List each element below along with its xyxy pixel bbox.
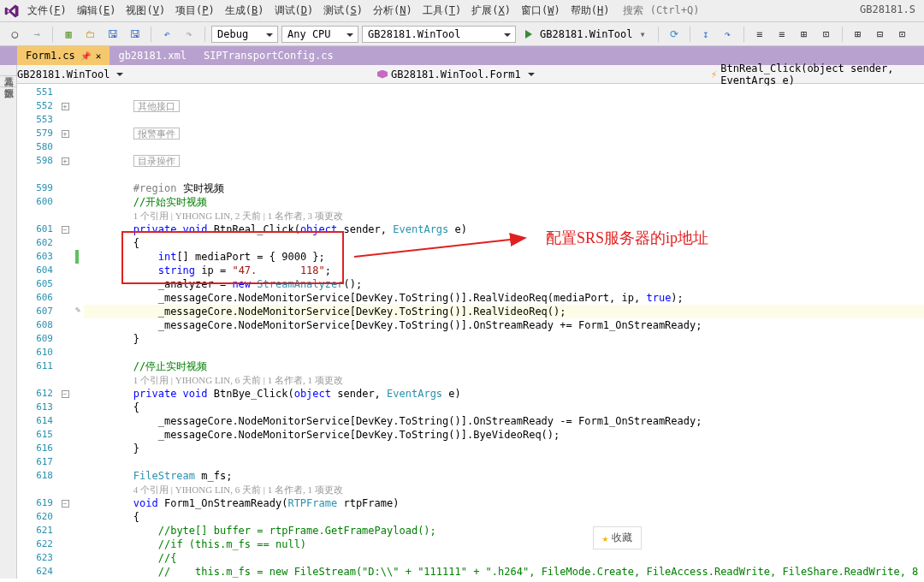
menu-item[interactable]: 调试(D) [270,0,319,21]
toolbar: ◯ → ▦ 🗀 🖫 🖫 ↶ ↷ Debug Any CPU GB28181.Wi… [0,22,924,46]
code-line[interactable]: private void BtnBye_Click(object sender,… [84,387,924,401]
code-line[interactable]: { [84,401,924,414]
code-line[interactable]: //停止实时视频 [84,359,924,373]
bookmark-button[interactable]: ★收藏 [593,526,642,549]
code-line[interactable]: _messageCore.NodeMonitorService[DevKey.T… [84,291,924,305]
code-line[interactable] [84,168,924,181]
btn-b[interactable]: ≡ [773,25,791,44]
menu-item[interactable]: 帮助(H) [566,0,615,21]
annotation-text: 配置SRS服务器的ip地址 [546,228,708,248]
fold-gutter[interactable]: +++−−− [58,86,72,582]
document-tab[interactable]: gb28181.xml [110,46,194,65]
code-line[interactable] [84,113,924,127]
star-icon: ★ [602,532,608,544]
side-tab[interactable]: 工具箱 [0,65,16,76]
code-line[interactable]: //开始实时视频 [84,195,924,209]
code-line[interactable]: #region 实时视频 [84,181,924,195]
btn-f[interactable]: ⊟ [871,25,890,44]
code-line[interactable] [84,346,924,359]
pin-icon[interactable]: 📌 [80,51,91,61]
btn-e[interactable]: ⊞ [849,25,868,44]
code-line[interactable]: _messageCore.NodeMonitorService[DevKey.T… [84,318,924,332]
code-line[interactable]: // this.m_fs = new FileStream("D:\\" + "… [84,565,924,579]
play-icon [525,30,536,39]
code-line[interactable]: { [84,510,924,524]
menu-item[interactable]: 窗口(W) [516,0,566,21]
nav-bar: GB28181.WinTool GB28181.WinTool.Form1 ⚡B… [0,65,924,84]
save-all-icon[interactable]: 🖫 [126,25,145,44]
code-line[interactable]: private void BtnReal_Click(object sender… [84,223,924,236]
code-line[interactable]: _messageCore.NodeMonitorService[DevKey.T… [84,414,924,428]
step-over-icon[interactable]: ↷ [719,25,737,44]
code-line[interactable] [84,140,924,154]
project-crumb[interactable]: GB28181.WinTool [0,68,128,80]
code-line[interactable]: _messageCore.NodeMonitorService[DevKey.T… [84,305,924,318]
menu-item[interactable]: 文件(F) [22,0,72,21]
nav-fwd-icon[interactable]: → [27,25,46,44]
side-tabs: 工具箱数据源 [0,65,17,579]
class-icon [377,70,388,79]
btn-a[interactable]: ≡ [750,25,769,44]
code-line[interactable]: 报警事件 [84,127,924,140]
code-line[interactable]: int[] mediaPort = { 9000 }; [84,250,924,264]
vs-logo-icon [3,3,21,20]
code-line[interactable]: 其他接口 [84,99,924,113]
nav-back-icon[interactable]: ◯ [5,25,24,44]
refresh-icon[interactable]: ⟳ [665,25,684,44]
code-line[interactable]: void Form1_OnStreamReady(RTPFrame rtpFra… [84,496,924,510]
code-line[interactable]: _messageCore.NodeMonitorService[DevKey.T… [84,428,924,442]
code-line[interactable]: { [84,236,924,250]
code-line[interactable]: //{ [84,551,924,565]
code-line[interactable]: 4 个引用 | YIHONG LIN, 6 天前 | 1 名作者, 1 项更改 [84,483,924,496]
code-line[interactable]: FileStream m_fs; [84,469,924,483]
startup-combo[interactable]: GB28181.WinTool [362,26,516,43]
menu-item[interactable]: 项目(P) [170,0,220,21]
code-line[interactable]: //byte[] buffer = rtpFrame.GetFramePaylo… [84,524,924,537]
document-tab[interactable]: SIPTransportConfig.cs [195,46,342,65]
menu-item[interactable]: 工具(T) [418,0,467,21]
menu-item[interactable]: 生成(B) [220,0,270,21]
line-gutter: 5515525535795805985996006016026036046056… [17,86,58,582]
save-icon[interactable]: 🖫 [104,25,122,44]
side-tab[interactable]: 数据源 [0,76,16,87]
menubar: 文件(F)编辑(E)视图(V)项目(P)生成(B)调试(D)测试(S)分析(N)… [0,0,924,22]
code-line[interactable]: 1 个引用 | YIHONG LIN, 6 天前 | 1 名作者, 1 项更改 [84,373,924,387]
menu-item[interactable]: 编辑(E) [72,0,121,21]
redo-icon[interactable]: ↷ [180,25,198,44]
document-tab[interactable]: Form1.cs📌✕ [17,46,110,65]
config-combo[interactable]: Debug [211,26,278,43]
menu-item[interactable]: 测试(S) [318,0,368,21]
code-line[interactable]: 目录操作 [84,154,924,168]
search-hint[interactable]: 搜索 (Ctrl+Q) [623,3,699,18]
code-line[interactable]: } [84,442,924,455]
code-editor[interactable]: 5515525535795805985996006016026036046056… [17,86,924,582]
code-line[interactable]: } [84,332,924,346]
code-line[interactable]: 1 个引用 | YIHONG LIN, 2 天前 | 1 名作者, 3 项更改 [84,209,924,223]
close-icon[interactable]: ✕ [96,50,102,62]
menu-item[interactable]: 扩展(X) [466,0,516,21]
class-crumb[interactable]: GB28181.WinTool.Form1 [372,68,540,80]
step-into-icon[interactable]: ↧ [696,25,715,44]
menu-item[interactable]: 分析(N) [368,0,418,21]
menu-item[interactable]: 视图(V) [121,0,170,21]
run-button[interactable]: GB28181.WinTool▾ [519,25,652,44]
btn-g[interactable]: ⊡ [893,25,912,44]
new-project-icon[interactable]: ▦ [59,25,78,44]
code-line[interactable] [84,455,924,469]
code-line[interactable]: _analyzer = new StreamAnalyzer(); [84,277,924,291]
code-line[interactable] [84,579,924,582]
undo-icon[interactable]: ↶ [157,25,176,44]
run-label: GB28181.WinTool [540,28,632,40]
platform-combo[interactable]: Any CPU [281,26,358,43]
event-icon: ⚡ [711,68,717,80]
btn-c[interactable]: ⊞ [795,25,814,44]
method-crumb[interactable]: ⚡BtnReal_Click(object sender, EventArgs … [706,62,924,86]
indicator-gutter: ✎ [72,86,84,582]
code-area[interactable]: 配置SRS服务器的ip地址 其他接口 报警事件 目录操作 #region 实时视… [84,86,924,582]
code-line[interactable] [84,86,924,99]
open-icon[interactable]: 🗀 [81,25,100,44]
solution-title: GB28181.S [860,3,915,15]
code-line[interactable]: //if (this.m_fs == null) [84,537,924,551]
btn-d[interactable]: ⊡ [817,25,836,44]
code-line[interactable]: string ip = "47. 118"; [84,264,924,277]
